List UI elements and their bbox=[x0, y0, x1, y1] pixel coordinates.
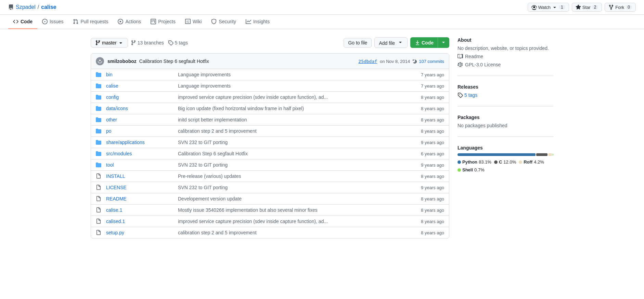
language-item: C 12.0% bbox=[494, 159, 516, 165]
commit-link[interactable]: Pre-release (various) updates bbox=[178, 173, 241, 179]
tab-insights[interactable]: Insights bbox=[241, 15, 274, 29]
actions-icon bbox=[118, 19, 123, 24]
file-rows-container: bin Language improvements 7 years ago ca… bbox=[91, 69, 449, 238]
repo-name[interactable]: calise bbox=[41, 4, 56, 10]
watch-button[interactable]: Watch 1 bbox=[528, 3, 569, 12]
license-link[interactable]: GPL-3.0 License bbox=[458, 62, 553, 67]
file-name: src/modules bbox=[106, 151, 175, 156]
commit-link[interactable]: SVN 232 to GIT porting bbox=[178, 185, 228, 190]
file-name: INSTALL bbox=[106, 173, 175, 179]
commit-link[interactable]: SVN 232 to GIT porting bbox=[178, 162, 228, 168]
tab-issues[interactable]: Issues bbox=[37, 15, 68, 29]
commit-link[interactable]: Big icon update (fixed horizontal window… bbox=[178, 106, 304, 111]
file-type-icon bbox=[96, 162, 103, 168]
file-link[interactable]: calise bbox=[106, 83, 118, 89]
code-btn-label: Code bbox=[422, 40, 434, 46]
code-button[interactable]: Code bbox=[410, 37, 438, 48]
code-dropdown: Code bbox=[410, 37, 449, 48]
star-button[interactable]: Star 2 bbox=[572, 3, 602, 12]
file-name: other bbox=[106, 117, 175, 122]
tab-projects[interactable]: Projects bbox=[146, 15, 180, 29]
file-type-icon bbox=[96, 151, 103, 156]
file-age: 8 years ago bbox=[403, 117, 444, 122]
code-dropdown-arrow[interactable] bbox=[438, 37, 449, 48]
tab-actions[interactable]: Actions bbox=[113, 15, 146, 29]
readme-link[interactable]: Readme bbox=[458, 54, 553, 59]
language-items: Python 83.1% C 12.0% Roff 4.2% Shell 0.7… bbox=[458, 159, 553, 172]
commit-link[interactable]: initd script better implementation bbox=[178, 117, 247, 122]
tags-count: 5 tags bbox=[175, 40, 188, 46]
table-row: other initd script better implementation… bbox=[91, 114, 449, 126]
commit-link[interactable]: Mostly issue 3540266 implementation but … bbox=[178, 207, 318, 213]
tag-icon bbox=[458, 92, 463, 98]
commit-hash[interactable]: 25dbdaf bbox=[358, 59, 377, 64]
file-link[interactable]: po bbox=[106, 128, 112, 134]
file-link[interactable]: calised.1 bbox=[106, 219, 125, 224]
file-link[interactable]: data/icons bbox=[106, 106, 128, 111]
table-row: calise.1 Mostly issue 3540266 implementa… bbox=[91, 205, 449, 216]
watch-label: Watch bbox=[538, 5, 551, 10]
tab-code[interactable]: Code bbox=[8, 15, 37, 29]
fork-button[interactable]: Fork 0 bbox=[605, 3, 636, 12]
download-icon bbox=[415, 40, 420, 46]
commit-link[interactable]: improved service capture precision (sdev… bbox=[178, 94, 328, 100]
file-link[interactable]: config bbox=[106, 94, 119, 100]
commit-link[interactable]: Language improvements bbox=[178, 72, 231, 77]
file-type-icon bbox=[96, 219, 103, 224]
file-commit-message: improved service capture precision (sdev… bbox=[178, 94, 400, 100]
file-type-icon bbox=[96, 117, 103, 122]
tab-wiki[interactable]: Wiki bbox=[180, 15, 206, 29]
fork-count: 0 bbox=[626, 5, 632, 10]
top-actions: Watch 1 Star 2 Fork 0 bbox=[528, 3, 636, 12]
tab-wiki-label: Wiki bbox=[193, 19, 202, 24]
folder-icon bbox=[96, 140, 101, 145]
branches-count: 13 branches bbox=[138, 40, 164, 46]
file-link[interactable]: other bbox=[106, 117, 117, 122]
language-bar-segment bbox=[536, 153, 548, 156]
language-name: Shell bbox=[462, 167, 473, 172]
repo-owner[interactable]: Szpadel bbox=[16, 4, 36, 10]
folder-icon bbox=[96, 94, 101, 100]
tab-security[interactable]: Security bbox=[206, 15, 241, 29]
file-commit-message: Big icon update (fixed horizontal window… bbox=[178, 106, 400, 111]
commit-link[interactable]: Developement version update bbox=[178, 196, 242, 202]
chevron-down-icon bbox=[118, 40, 124, 46]
file-link[interactable]: LICENSE bbox=[106, 185, 127, 190]
repo-content: master 13 branches 5 tags Go to file Add… bbox=[91, 37, 449, 238]
file-link[interactable]: README bbox=[106, 196, 127, 202]
file-name: calised.1 bbox=[106, 219, 175, 224]
packages-section: Packages No packages published bbox=[458, 115, 553, 137]
file-link[interactable]: src/modules bbox=[106, 151, 132, 156]
tab-pull-requests[interactable]: Pull requests bbox=[68, 15, 113, 29]
file-age: 9 years ago bbox=[403, 185, 444, 190]
commit-link[interactable]: calibration step 2 and 5 improvement bbox=[178, 128, 257, 134]
commit-link[interactable]: SVN 232 to GIT porting bbox=[178, 140, 228, 145]
file-link[interactable]: calise.1 bbox=[106, 207, 122, 213]
file-link[interactable]: share/applications bbox=[106, 140, 145, 145]
branches-link[interactable]: 13 branches bbox=[131, 40, 164, 46]
file-link[interactable]: INSTALL bbox=[106, 173, 125, 179]
file-age: 8 years ago bbox=[403, 106, 444, 111]
commit-link[interactable]: calibration step 2 and 5 improvement bbox=[178, 230, 257, 235]
file-type-icon bbox=[96, 94, 103, 100]
commit-link[interactable]: Calibration Step 6 segfault Hotfix bbox=[178, 151, 248, 156]
commit-link[interactable]: Language improvements bbox=[178, 83, 231, 89]
releases-section: Releases 5 tags bbox=[458, 84, 553, 106]
table-row: setup.py calibration step 2 and 5 improv… bbox=[91, 227, 449, 238]
commit-link[interactable]: improved service capture precision (sdev… bbox=[178, 219, 328, 224]
go-to-file-button[interactable]: Go to file bbox=[344, 38, 372, 48]
branch-selector[interactable]: master bbox=[91, 38, 128, 48]
tags-count-link[interactable]: 5 tags bbox=[464, 92, 477, 98]
file-link[interactable]: bin bbox=[106, 72, 113, 77]
add-file-button[interactable]: Add file bbox=[374, 37, 408, 48]
file-commit-message: SVN 232 to GIT porting bbox=[178, 185, 400, 190]
chevron-down-icon bbox=[398, 39, 403, 45]
file-commit-message: Mostly issue 3540266 implementation but … bbox=[178, 207, 400, 213]
file-link[interactable]: tool bbox=[106, 162, 114, 168]
wiki-icon bbox=[185, 19, 191, 24]
file-type-icon bbox=[96, 72, 103, 77]
tags-link[interactable]: 5 tags bbox=[168, 40, 188, 46]
commits-count[interactable]: 107 commits bbox=[419, 59, 444, 64]
avatar bbox=[96, 57, 104, 65]
file-link[interactable]: setup.py bbox=[106, 230, 124, 235]
